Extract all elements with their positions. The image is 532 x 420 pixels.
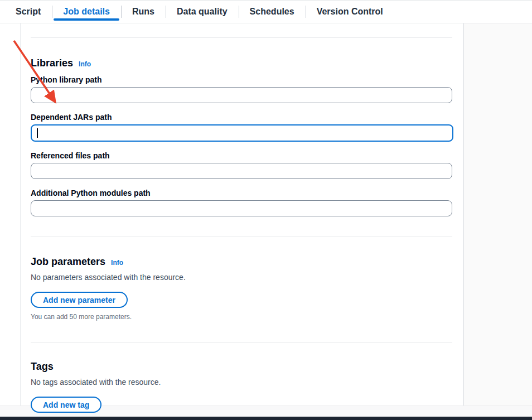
job-parameters-info-link[interactable]: Info	[111, 259, 123, 267]
tab-script-label: Script	[16, 7, 41, 17]
tab-runs[interactable]: Runs	[121, 1, 166, 23]
add-new-parameter-button[interactable]: Add new parameter	[31, 292, 128, 308]
dependent-jars-path-label: Dependent JARs path	[31, 113, 452, 122]
tab-version-control-label: Version Control	[317, 7, 383, 17]
tags-heading: Tags	[31, 361, 452, 373]
section-divider	[31, 236, 452, 237]
libraries-info-link[interactable]: Info	[79, 60, 91, 68]
libraries-heading: Libraries Info	[31, 57, 452, 69]
job-parameters-empty-text: No parameters associated with the resour…	[31, 273, 452, 282]
section-divider	[31, 37, 452, 38]
tags-empty-text: No tags associated with the resource.	[31, 378, 452, 387]
section-divider	[31, 342, 452, 343]
job-parameters-hint-text: You can add 50 more parameters.	[31, 313, 452, 321]
dependent-jars-path-field: Dependent JARs path	[31, 113, 452, 142]
additional-python-modules-path-field: Additional Python modules path	[31, 189, 452, 216]
tab-job-details[interactable]: Job details	[52, 1, 121, 23]
window-bottom-edge	[0, 417, 532, 420]
python-library-path-input[interactable]	[31, 87, 452, 103]
additional-python-modules-path-label: Additional Python modules path	[31, 189, 452, 197]
python-library-path-label: Python library path	[31, 75, 452, 84]
tab-schedules-label: Schedules	[250, 7, 294, 17]
add-new-tag-button[interactable]: Add new tag	[31, 397, 101, 413]
job-parameters-heading-text: Job parameters	[31, 256, 105, 268]
tab-runs-label: Runs	[132, 7, 154, 17]
glue-job-page: Script Job details Runs Data quality Sch…	[0, 0, 532, 420]
tab-version-control[interactable]: Version Control	[306, 1, 394, 23]
dependent-jars-path-input[interactable]	[31, 124, 453, 142]
tab-job-details-label: Job details	[63, 7, 110, 17]
referenced-files-path-field: Referenced files path	[31, 151, 452, 179]
tab-script[interactable]: Script	[4, 1, 52, 23]
tab-data-quality[interactable]: Data quality	[166, 1, 239, 23]
referenced-files-path-input[interactable]	[31, 163, 452, 179]
main-area: Libraries Info Python library path Depen…	[0, 23, 532, 420]
python-library-path-field: Python library path	[31, 75, 452, 103]
job-tabbar: Script Job details Runs Data quality Sch…	[0, 0, 532, 23]
referenced-files-path-label: Referenced files path	[31, 151, 452, 160]
tab-schedules[interactable]: Schedules	[239, 1, 306, 23]
right-gutter	[463, 23, 532, 405]
job-details-panel: Libraries Info Python library path Depen…	[21, 23, 463, 405]
tab-data-quality-label: Data quality	[177, 7, 228, 17]
tags-heading-text: Tags	[31, 361, 54, 373]
job-parameters-heading: Job parameters Info	[31, 256, 452, 268]
libraries-heading-text: Libraries	[31, 57, 73, 69]
additional-python-modules-path-input[interactable]	[31, 200, 452, 216]
text-cursor	[37, 128, 38, 138]
